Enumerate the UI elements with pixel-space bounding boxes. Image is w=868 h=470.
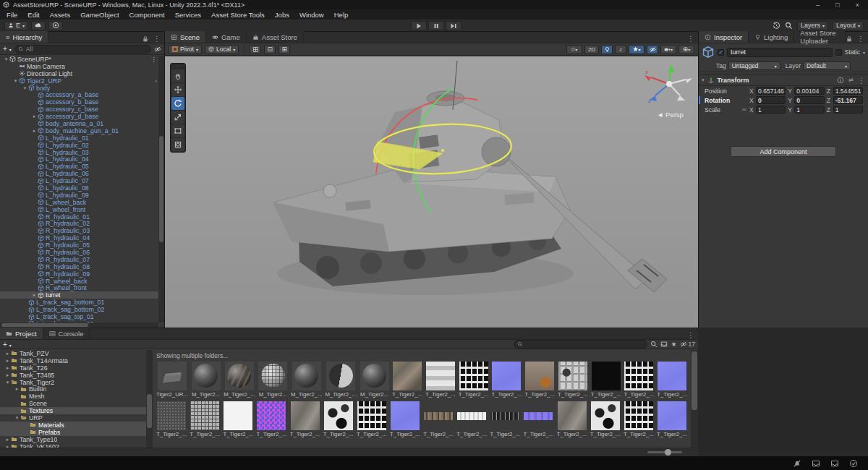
menu-file[interactable]: File (2, 11, 22, 19)
hierarchy-item-accessory-d-base[interactable]: ▸accessory_d_base (0, 113, 159, 120)
asset-item[interactable]: T_Tiger2_... (323, 401, 354, 437)
folder-tank-t26[interactable]: ▸Tank_T26 (0, 364, 146, 372)
asset-item[interactable]: M_Tiger2_... (325, 362, 356, 398)
hierarchy-item-tiger2-urp[interactable]: ▾Tiger2_URP› (0, 77, 159, 85)
menu-component[interactable]: Component (125, 11, 169, 19)
folder-scene[interactable]: Scene (0, 400, 146, 407)
hierarchy-item-r-hydraulic-09[interactable]: R_hydraulic_09 (0, 270, 159, 278)
hierarchy-item-r-hydraulic-05[interactable]: R_hydraulic_05 (0, 242, 159, 249)
asset-item[interactable]: T_Tiger2_... (624, 362, 655, 398)
rotate-tool-button[interactable] (171, 97, 184, 110)
tab-hierarchy[interactable]: ≡Hierarchy (0, 31, 48, 43)
static-dropdown-arrow[interactable]: ▾ (863, 50, 865, 55)
menu-jobs[interactable]: Jobs (271, 11, 294, 19)
transform-tool-button[interactable] (171, 138, 184, 151)
folder-tank-pzv[interactable]: ▸Tank_PZV (0, 350, 146, 357)
scene-visibility-toggle[interactable] (647, 45, 658, 54)
fold-icon[interactable]: ▸ (31, 292, 38, 298)
asset-item[interactable]: T_Tiger2_... (190, 401, 220, 437)
snap-settings-dropdown[interactable]: ⊡ (264, 45, 276, 54)
hierarchy-item-l-hydraulic-04[interactable]: L_hydraulic_04 (0, 155, 159, 163)
hierarchy-item-body-machine-gun-a-01[interactable]: ▸body_machine_gun_a_01 (0, 127, 159, 134)
menu-window[interactable]: Window (295, 11, 328, 19)
cache-tray-icon[interactable] (830, 459, 839, 468)
scale-z-field[interactable]: 1 (833, 106, 863, 114)
fold-icon[interactable]: ▾ (702, 77, 705, 83)
menu-asset-store-tools[interactable]: Asset Store Tools (207, 11, 269, 19)
menu-edit[interactable]: Edit (23, 11, 43, 19)
hierarchy-item-accessory-b-base[interactable]: accessory_b_base (0, 98, 159, 106)
hierarchy-item-l-hydraulic-07[interactable]: L_hydraulic_07 (0, 177, 159, 184)
undo-history-icon[interactable] (773, 22, 780, 30)
asset-item[interactable]: T_Tiger2_... (357, 401, 387, 437)
fold-icon[interactable]: ▾ (4, 380, 11, 385)
asset-item[interactable]: T_Tiger2_... (657, 401, 687, 437)
folder-tank-t3485[interactable]: ▸Tank_T3485 (0, 372, 146, 379)
help-icon[interactable] (837, 77, 844, 84)
position-x-field[interactable]: 0.657146 (756, 87, 786, 95)
hierarchy-item-l-wheel-front[interactable]: L_wheel_front (0, 206, 159, 213)
folder-urp[interactable]: ▾URP (0, 414, 146, 422)
step-button[interactable] (446, 21, 461, 30)
hierarchy-item-l-wheel-back[interactable]: L_wheel_back (0, 199, 159, 206)
folder-materials[interactable]: Materials (0, 422, 146, 429)
asset-item[interactable]: M_Tiger2_... (291, 362, 322, 398)
asset-item[interactable]: T_Tiger2_... (425, 362, 456, 398)
play-button[interactable] (411, 21, 427, 30)
scale-y-field[interactable]: 1 (794, 106, 824, 114)
hierarchy-item-l-hydraulic-08[interactable]: L_hydraulic_08 (0, 184, 159, 192)
fold-icon[interactable]: ▸ (4, 372, 11, 378)
hierarchy-item-l-hydraulic-02[interactable]: L_hydraulic_02 (0, 142, 159, 149)
hierarchy-item-accessory-a-base[interactable]: accessory_a_base (0, 91, 159, 98)
status-ok-icon[interactable] (849, 459, 858, 468)
create-asset-button[interactable]: + ▾ (3, 341, 12, 349)
scene-viewport[interactable]: x z ◄ Persp ⋯ (165, 56, 698, 328)
asset-item[interactable]: M_Tiger2... (191, 362, 221, 398)
folder-builtin[interactable]: ▸BuiltIn (0, 385, 146, 393)
grid-visibility-dropdown[interactable] (250, 45, 261, 54)
hierarchy-item-l-hydraulic-03[interactable]: L_hydraulic_03 (0, 149, 159, 156)
asset-item[interactable]: Tiger2_UR... (156, 362, 188, 398)
asset-item[interactable]: T_Tiger2_... (156, 401, 187, 437)
asset-item[interactable]: M_Tiger2... (359, 362, 389, 398)
hierarchy-item-l-hydraulic-09[interactable]: L_hydraulic_09 (0, 192, 159, 199)
hierarchy-item-l-hydraulic-05[interactable]: L_hydraulic_05 (0, 163, 159, 170)
package-tray-icon[interactable] (812, 459, 820, 468)
kebab-menu-icon[interactable]: ⋮ (687, 35, 694, 43)
asset-grid-vscrollbar[interactable] (691, 350, 698, 448)
kebab-menu-icon[interactable]: ⋮ (153, 35, 161, 43)
asset-item[interactable]: T_Tiger2_... (558, 362, 588, 398)
kebab-menu-icon[interactable]: ⋮ (857, 35, 864, 43)
hierarchy-item-r-hydraulic-06[interactable]: R_hydraulic_06 (0, 249, 159, 256)
hierarchy-item-r-hydraulic-03[interactable]: R_hydraulic_03 (0, 227, 159, 234)
hierarchy-item-main-camera[interactable]: Main Camera (0, 63, 159, 70)
tab-asset-store-uploader[interactable]: Asset Store Uploader (794, 31, 846, 43)
kebab-menu-icon[interactable]: ⋮ (687, 331, 694, 339)
asset-item[interactable]: T_Tiger2_... (423, 401, 454, 437)
tab-inspector[interactable]: Inspector (699, 31, 749, 43)
scale-tool-button[interactable] (171, 111, 184, 124)
asset-item[interactable]: T_Tiger2_... (390, 401, 420, 437)
asset-item[interactable]: T_Tiger2_... (524, 362, 555, 398)
transform-scale-label[interactable]: Scale (705, 106, 742, 114)
hierarchy-hscrollbar[interactable] (0, 322, 158, 328)
asset-item[interactable]: T_Tiger2_... (223, 401, 253, 437)
search-icon[interactable] (785, 22, 793, 30)
hierarchy-item-r-wheel-front[interactable]: R_wheel_front (0, 285, 159, 292)
scene-lighting-toggle[interactable] (601, 45, 613, 54)
hierarchy-item-r-hydraulic-01[interactable]: R_hydraulic_01 (0, 213, 159, 221)
asset-item[interactable]: T_Tiger2_... (657, 362, 687, 398)
rect-tool-button[interactable] (171, 124, 184, 137)
menu-gameobject[interactable]: GameObject (76, 11, 123, 19)
tab-scene[interactable]: Scene (165, 31, 206, 43)
folder-prefabs[interactable]: Prefabs (0, 429, 146, 436)
tab-lighting[interactable]: Lighting (749, 31, 794, 43)
asset-item[interactable]: T_Tiger2_... (490, 401, 520, 437)
asset-item[interactable]: T_Tiger2_... (456, 401, 487, 437)
transform-rotation-label[interactable]: Rotation (705, 97, 742, 104)
camera-settings-dropdown[interactable]: ▾ (660, 45, 676, 54)
folder-mesh[interactable]: Mesh (0, 393, 146, 400)
tab-asset-store[interactable]: Asset Store (247, 31, 304, 43)
add-component-button[interactable]: Add Component (731, 146, 836, 157)
move-tool-button[interactable] (171, 83, 184, 96)
